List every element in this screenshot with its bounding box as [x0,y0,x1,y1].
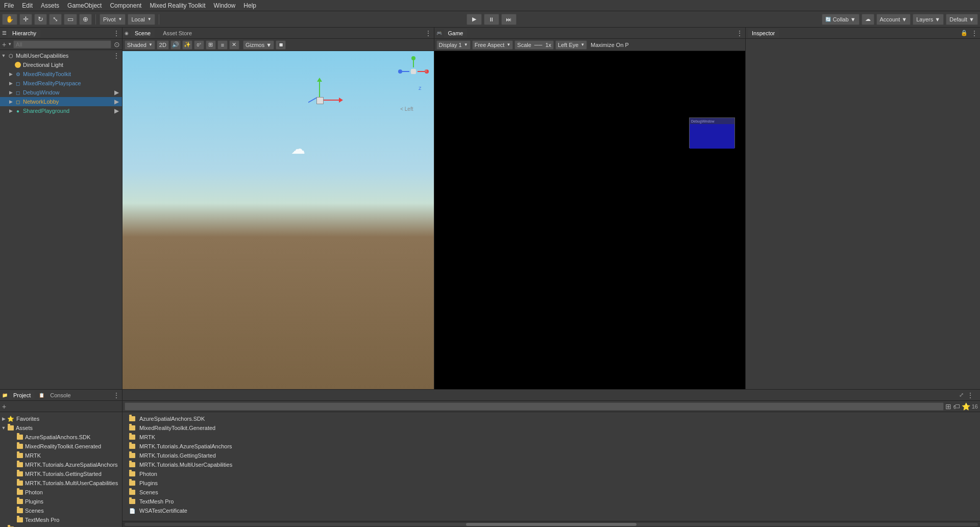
scene-more-btn[interactable]: ≡ [217,40,228,50]
hierarchy-expand-btn[interactable]: ▼ [8,42,12,46]
hierarchy-item-debugwindow[interactable]: ▶ ◻ DebugWindow ▶ [0,88,122,97]
hierarchy-search[interactable] [13,40,111,49]
menu-mrtk[interactable]: Mixed Reality Toolkit [145,1,209,10]
tree-item-plugins[interactable]: Plugins [0,497,122,506]
gizmos-dropdown[interactable]: Gizmos ▼ [243,40,274,50]
tree-item-mrtk-multiuser[interactable]: MRTK.Tutorials.MultiUserCapabilities [0,478,122,488]
pivot-dropdown[interactable]: Pivot▼ [100,14,126,25]
tool-hand[interactable]: ✋ [2,14,17,25]
menu-assets[interactable]: Assets [37,1,63,10]
asset-item-scenes[interactable]: Scenes [127,488,976,497]
assets-expand-btn[interactable]: ⤢ [959,392,964,398]
tool-move[interactable]: ✛ [19,14,32,25]
tree-item-azurespatialanchors[interactable]: AzureSpatialAnchors.SDK [0,433,122,442]
asset-item-mrtk-mu[interactable]: MRTK.Tutorials.MultiUserCapabilities [127,460,976,469]
display-dropdown[interactable]: Display 1▼ [436,40,471,50]
console-tab[interactable]: Console [46,391,75,399]
tree-item-mrtk-asa[interactable]: MRTK.Tutorials.AzureSpatialAnchors [0,460,122,469]
menu-window[interactable]: Window [210,1,240,10]
asset-item-plugins[interactable]: Plugins [127,478,976,488]
asset-item-textmesh[interactable]: TextMesh Pro [127,497,976,506]
project-tab[interactable]: Project [9,391,35,399]
assets-root-item[interactable]: ▼ Assets [0,423,122,433]
scroll-track[interactable] [125,523,978,526]
menu-file[interactable]: File [0,1,18,10]
tree-item-photon[interactable]: Photon [0,488,122,497]
hierarchy-tab[interactable]: Hierarchy [8,29,40,37]
hierarchy-item-playspace[interactable]: ▶ ◻ MixedRealityPlayspace [0,79,122,88]
account-dropdown[interactable]: Account ▼ [876,14,911,25]
pause-button[interactable]: ⏸ [484,14,499,25]
step-button[interactable]: ⏭ [501,14,517,25]
menu-help[interactable]: Help [239,1,260,10]
hierarchy-item-mrtoolkit[interactable]: ▶ ⚙ MixedRealityToolkit [0,69,122,79]
scene-persp-btn[interactable]: 🔲 [276,40,286,50]
project-options[interactable]: ⋮ [113,391,120,399]
scale-dropdown[interactable]: Scale ── 1x [514,40,554,50]
scene-panel-options[interactable]: ⋮ [425,29,432,37]
inspector-options[interactable]: ⋮ [971,29,978,37]
scene-grid-btn[interactable]: ⊞ [206,40,216,50]
aspect-dropdown[interactable]: Free Aspect▼ [472,40,513,50]
game-panel-options[interactable]: ⋮ [736,29,743,37]
hierarchy-root[interactable]: ▼ ⬡ MultiUserCapabilities ⋮ [0,51,122,60]
asset-item-mrtk-asa[interactable]: MRTK.Tutorials.AzureSpatialAnchors [127,442,976,451]
tree-item-textmesh[interactable]: TextMesh Pro [0,515,122,524]
assets-filter-btn[interactable]: ⊞ [945,402,951,411]
menu-component[interactable]: Component [106,1,145,10]
scene-close-btn[interactable]: ✕ [229,40,239,50]
local-dropdown[interactable]: Local▼ [128,14,155,25]
root-options[interactable]: ⋮ [113,52,120,60]
hierarchy-item-directional-light[interactable]: Directional Light [0,60,122,69]
shading-dropdown[interactable]: Shaded▼ [125,40,155,50]
scene-content[interactable]: Z X < Left [122,51,434,389]
project-add-btn[interactable]: + [2,402,6,411]
tool-rect[interactable]: ▭ [64,14,77,25]
asset-item-mrtk[interactable]: MRTK [127,433,976,442]
hierarchy-search-options[interactable]: ⊙ [114,40,120,49]
assets-label-btn[interactable]: 🏷 [953,402,960,411]
tool-rotate[interactable]: ↻ [34,14,47,25]
tree-item-mrtk[interactable]: MRTK [0,451,122,460]
tool-scale[interactable]: ⤡ [49,14,62,25]
assets-search[interactable] [125,402,944,411]
scene-scene-btn[interactable]: 0° [194,40,204,50]
game-content[interactable]: DebugWindow [434,51,746,389]
eye-dropdown[interactable]: Left Eye▼ [555,40,587,50]
layers-dropdown[interactable]: Layers ▼ [913,14,944,25]
2d-toggle[interactable]: 2D [157,40,169,50]
scene-tab[interactable]: Scene [131,29,155,37]
play-button[interactable]: ▶ [467,14,482,25]
default-dropdown[interactable]: Default ▼ [946,14,978,25]
th-center [316,97,324,104]
hierarchy-add-btn[interactable]: + [2,40,6,49]
tree-item-mrtk-generated[interactable]: MixedRealityToolkit.Generated [0,442,122,451]
game-tab[interactable]: Game [444,29,468,37]
asset-store-tab[interactable]: Asset Store [159,29,196,37]
asset-item-mrtk-gs[interactable]: MRTK.Tutorials.GettingStarted [127,451,976,460]
asset-item-mrtk-generated[interactable]: MixedRealityToolkit.Generated [127,423,976,433]
cloud-button[interactable]: ☁ [862,14,874,25]
inspector-tab[interactable]: Inspector [748,29,779,37]
scroll-thumb[interactable] [466,523,636,526]
scene-audio-btn[interactable]: 🔊 [170,40,181,50]
favorites-item[interactable]: ▶ ⭐ Favorites [0,414,122,423]
packages-item[interactable]: ▶ Packages [0,524,122,527]
project-tab-bar: 📁 Project 📋 Console ⋮ [0,390,122,401]
tree-item-scenes[interactable]: Scenes [0,506,122,515]
hierarchy-item-networklobby[interactable]: ▶ ◻ NetworkLobby ▶ [0,97,122,106]
menu-edit[interactable]: Edit [18,1,37,10]
scene-fx-btn[interactable]: ✨ [182,40,192,50]
tool-transform[interactable]: ⊕ [79,14,92,25]
collab-dropdown[interactable]: 🔄 Collab ▼ [822,14,859,25]
assets-options[interactable]: ⋮ [967,391,974,399]
assets-star-btn[interactable]: ⭐ [962,402,970,411]
tree-item-mrtk-getting-started[interactable]: MRTK.Tutorials.GettingStarted [0,469,122,478]
menu-gameobject[interactable]: GameObject [63,1,106,10]
hierarchy-item-sharedplayground[interactable]: ▶ ● SharedPlayground ▶ [0,106,122,115]
inspector-lock-btn[interactable]: 🔒 [961,30,968,36]
asset-item-wsacert[interactable]: 📄 WSATestCertificate [127,506,976,515]
asset-item-azurespatialanchors[interactable]: AzureSpatialAnchors.SDK [127,414,976,423]
hierarchy-options[interactable]: ⋮ [113,29,120,37]
asset-item-photon[interactable]: Photon [127,469,976,478]
